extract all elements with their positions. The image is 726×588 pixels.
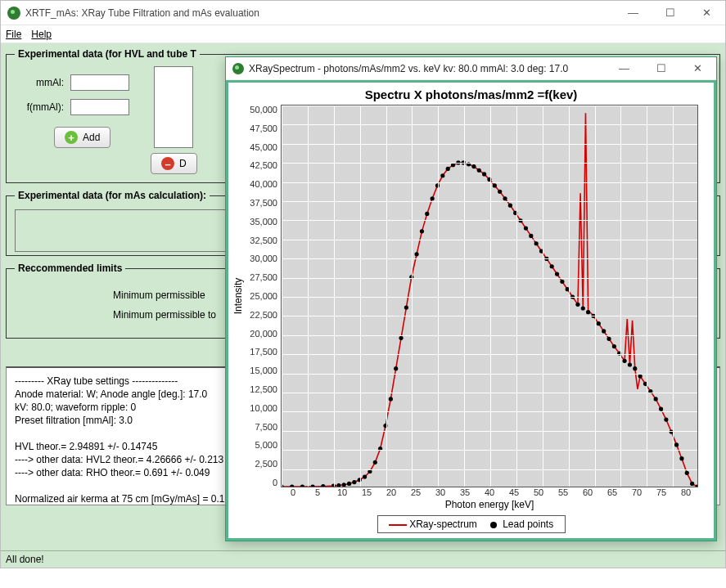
hvl-panel-legend: Experimental data (for HVL and tube T bbox=[15, 48, 200, 60]
delete-button-label: D bbox=[179, 158, 187, 169]
svg-point-49 bbox=[560, 280, 564, 284]
popup-titlebar[interactable]: XRaySpectrum - photons/mAs/mm2 vs. keV k… bbox=[226, 57, 716, 80]
legend-dot-label: Lead points bbox=[503, 518, 553, 530]
svg-point-44 bbox=[534, 241, 539, 245]
svg-point-43 bbox=[529, 234, 533, 238]
minus-icon: – bbox=[161, 157, 174, 170]
hvl-listbox[interactable] bbox=[154, 66, 193, 148]
label-mmAl: mmAl: bbox=[15, 77, 64, 88]
svg-point-34 bbox=[482, 172, 486, 176]
svg-point-71 bbox=[674, 442, 679, 447]
chart-plot-area[interactable] bbox=[281, 105, 698, 487]
popup-close-button[interactable]: ✕ bbox=[679, 56, 716, 80]
add-button-label: Add bbox=[83, 132, 100, 143]
spectrum-popup[interactable]: XRaySpectrum - photons/mAs/mm2 vs. keV k… bbox=[225, 56, 717, 541]
svg-point-16 bbox=[389, 397, 393, 401]
app-icon bbox=[7, 7, 20, 20]
svg-point-73 bbox=[685, 471, 689, 475]
svg-point-12 bbox=[368, 469, 372, 474]
svg-point-68 bbox=[659, 406, 663, 411]
svg-point-6 bbox=[336, 483, 340, 487]
popup-maximize-button[interactable]: ☐ bbox=[643, 56, 679, 80]
window-buttons: — ☐ ✕ bbox=[615, 1, 725, 25]
main-titlebar[interactable]: XRTF_mAs: XRay Tube Filtration and mAs e… bbox=[1, 1, 725, 25]
svg-point-21 bbox=[415, 252, 419, 256]
svg-point-57 bbox=[602, 329, 606, 333]
chart-legend: XRay-spectrum Lead points bbox=[377, 515, 566, 533]
svg-point-11 bbox=[363, 474, 367, 478]
chart-title: Spectru X photons/mas/mm2 =f(kev) bbox=[232, 88, 710, 101]
svg-point-24 bbox=[431, 196, 435, 200]
main-window: XRTF_mAs: XRay Tube Filtration and mAs e… bbox=[0, 0, 726, 568]
label-fmmAl: f(mmAl): bbox=[15, 101, 64, 113]
chart-ylabel: Intensity bbox=[232, 105, 245, 487]
menu-file[interactable]: File bbox=[6, 29, 21, 40]
svg-point-53 bbox=[581, 306, 585, 310]
maximize-button[interactable]: ☐ bbox=[652, 1, 688, 25]
svg-point-2 bbox=[300, 485, 304, 487]
svg-point-69 bbox=[664, 418, 668, 422]
legend-line-label: XRay-spectrum bbox=[409, 518, 477, 530]
minimize-button[interactable]: — bbox=[615, 1, 652, 25]
svg-point-7 bbox=[342, 483, 346, 487]
svg-point-38 bbox=[503, 196, 507, 200]
svg-point-61 bbox=[622, 359, 626, 363]
svg-point-8 bbox=[347, 482, 351, 486]
svg-point-27 bbox=[446, 167, 450, 171]
svg-point-32 bbox=[471, 164, 476, 168]
svg-point-54 bbox=[586, 310, 590, 314]
popup-app-icon bbox=[232, 63, 244, 74]
chart-frame: Spectru X photons/mas/mm2 =f(kev) Intens… bbox=[226, 80, 716, 541]
main-title: XRTF_mAs: XRay Tube Filtration and mAs e… bbox=[25, 7, 615, 19]
svg-point-74 bbox=[690, 482, 694, 486]
popup-title: XRaySpectrum - photons/mAs/mm2 vs. keV k… bbox=[249, 63, 606, 74]
svg-point-13 bbox=[373, 460, 377, 465]
svg-point-26 bbox=[440, 173, 444, 177]
svg-point-58 bbox=[607, 337, 611, 341]
menu-help[interactable]: Help bbox=[31, 29, 52, 40]
svg-point-47 bbox=[550, 264, 554, 268]
chart-xlabel: Photon energy [keV] bbox=[281, 499, 698, 510]
close-button[interactable]: ✕ bbox=[688, 1, 725, 25]
statusbar: All done! bbox=[1, 550, 725, 568]
legend-line-swatch bbox=[389, 524, 407, 526]
add-button[interactable]: + Add bbox=[54, 127, 110, 148]
limits-panel-legend: Reccommended limits bbox=[15, 263, 125, 274]
svg-point-64 bbox=[638, 374, 643, 378]
svg-point-33 bbox=[477, 168, 481, 173]
svg-point-1 bbox=[290, 485, 294, 487]
svg-point-4 bbox=[321, 484, 325, 487]
svg-point-62 bbox=[628, 362, 632, 366]
menubar: File Help bbox=[1, 25, 725, 43]
svg-point-17 bbox=[394, 366, 398, 370]
svg-point-19 bbox=[404, 305, 408, 309]
svg-point-22 bbox=[420, 229, 424, 233]
svg-point-56 bbox=[597, 321, 601, 325]
input-mmAl[interactable] bbox=[70, 74, 129, 91]
svg-point-23 bbox=[425, 212, 429, 216]
popup-minimize-button[interactable]: — bbox=[606, 56, 643, 80]
client-area: Experimental data (for HVL and tube T mm… bbox=[1, 43, 725, 550]
plus-icon: + bbox=[65, 131, 78, 144]
svg-point-42 bbox=[524, 227, 528, 231]
svg-point-3 bbox=[311, 485, 315, 487]
svg-point-18 bbox=[399, 336, 403, 340]
svg-point-39 bbox=[508, 204, 512, 208]
svg-point-72 bbox=[679, 456, 683, 460]
svg-point-9 bbox=[352, 480, 356, 484]
chart-yticks: 50,00047,50045,00042,50040,00037,50035,0… bbox=[245, 105, 281, 487]
svg-point-52 bbox=[575, 303, 579, 307]
svg-point-67 bbox=[654, 397, 658, 401]
legend-dot-swatch bbox=[490, 522, 497, 528]
delete-button[interactable]: – D bbox=[151, 153, 197, 174]
svg-point-63 bbox=[633, 366, 637, 370]
svg-point-48 bbox=[555, 272, 559, 276]
svg-point-37 bbox=[498, 190, 502, 194]
input-fmmAl[interactable] bbox=[70, 99, 129, 115]
svg-point-36 bbox=[493, 183, 497, 187]
mas-panel-legend: Experimental data (for mAs calculation): bbox=[15, 190, 210, 201]
svg-point-59 bbox=[612, 344, 616, 348]
